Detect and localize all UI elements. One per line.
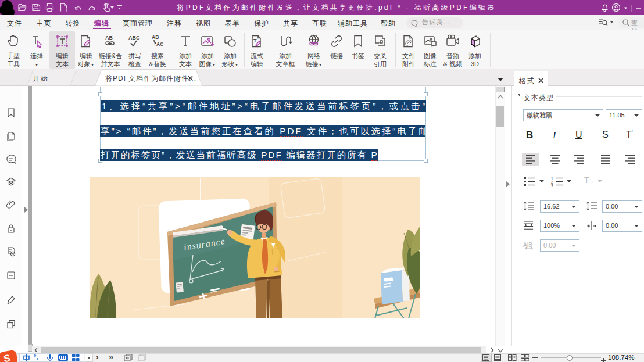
svg-text:T: T [253,38,257,44]
svg-text:3: 3 [551,184,553,187]
svg-text:AB: AB [152,34,159,40]
svg-text:ABC: ABC [128,35,140,41]
svg-text:AB: AB [105,35,113,41]
svg-text:AC: AC [156,41,163,47]
